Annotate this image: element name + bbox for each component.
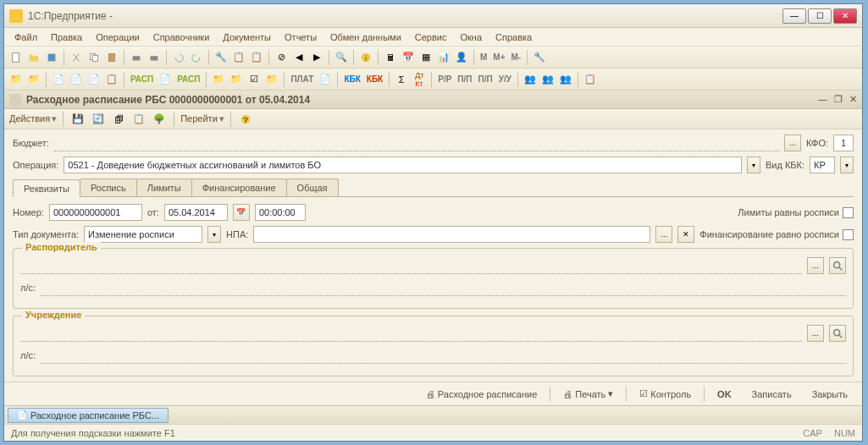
calc-icon[interactable]: 🖩 bbox=[382, 49, 399, 66]
limits-equal-checkbox[interactable] bbox=[843, 207, 854, 218]
menu-reports[interactable]: Отчеты bbox=[278, 30, 323, 45]
menu-references[interactable]: Справочники bbox=[147, 30, 217, 45]
ab-save-icon[interactable]: 💾 bbox=[69, 111, 86, 128]
actions-menu[interactable]: Действия▾ bbox=[9, 113, 57, 124]
goto-menu[interactable]: Перейти▾ bbox=[180, 113, 224, 124]
doc-minimize-icon[interactable]: — bbox=[818, 94, 827, 105]
vidkbk-dropdown-button[interactable]: ▾ bbox=[840, 157, 854, 173]
tool2-icon[interactable]: 📋 bbox=[230, 49, 247, 66]
plat-button[interactable]: ПЛАТ bbox=[288, 71, 316, 88]
save-icon[interactable] bbox=[43, 49, 60, 66]
uchr-ls-input[interactable] bbox=[41, 347, 846, 364]
copy-icon[interactable] bbox=[86, 49, 102, 66]
time-input[interactable] bbox=[255, 204, 306, 221]
doctype-dropdown-button[interactable]: ▾ bbox=[207, 226, 221, 243]
pp2-button[interactable]: П/П bbox=[455, 71, 474, 88]
close-doc-button[interactable]: Закрыть bbox=[804, 386, 855, 403]
tb2-11-icon[interactable]: 📁 bbox=[263, 71, 280, 88]
npa-clear-button[interactable]: ✕ bbox=[677, 226, 694, 243]
m-plus-button[interactable]: M+ bbox=[490, 49, 507, 66]
ab-tree-icon[interactable]: 🌳 bbox=[151, 111, 168, 128]
users2-icon[interactable]: 👥 bbox=[539, 71, 556, 88]
sigma-icon[interactable]: Σ bbox=[393, 71, 410, 88]
kbk2-button[interactable]: КБК bbox=[364, 71, 385, 88]
save-button[interactable]: Записать bbox=[744, 386, 799, 403]
rasporyaditel-search-button[interactable] bbox=[829, 257, 846, 274]
menu-help[interactable]: Справка bbox=[489, 30, 539, 45]
redo-icon[interactable] bbox=[188, 49, 205, 66]
calendar-icon[interactable]: 📅 bbox=[400, 49, 417, 66]
search-icon[interactable]: 🔍 bbox=[333, 49, 350, 66]
tool3-icon[interactable]: 📋 bbox=[248, 49, 265, 66]
task-item[interactable]: 📄 Расходное расписание РБС... bbox=[8, 408, 169, 423]
tool-icon[interactable]: 🔧 bbox=[213, 49, 229, 66]
tb2-12-icon[interactable]: 📄 bbox=[317, 71, 334, 88]
ab-post-icon[interactable]: 📋 bbox=[130, 111, 147, 128]
operation-dropdown-button[interactable]: ▾ bbox=[747, 157, 760, 173]
tool4-icon[interactable]: 📊 bbox=[435, 49, 452, 66]
tab-obshaya[interactable]: Общая bbox=[286, 179, 339, 196]
menu-operations[interactable]: Операции bbox=[89, 30, 146, 45]
operation-input[interactable] bbox=[64, 157, 742, 173]
close-button[interactable]: ✕ bbox=[833, 8, 857, 24]
yy-button[interactable]: У/У bbox=[496, 71, 514, 88]
dk-icon[interactable]: ДтКт bbox=[411, 71, 428, 88]
new-icon[interactable] bbox=[8, 49, 25, 66]
doc-maximize-icon[interactable]: ❐ bbox=[834, 94, 843, 105]
tb2-9-icon[interactable]: 📁 bbox=[228, 71, 245, 88]
tab-limity[interactable]: Лимиты bbox=[136, 179, 192, 196]
calendar-button[interactable]: 📅 bbox=[233, 204, 250, 221]
vidkbk-input[interactable] bbox=[810, 157, 835, 173]
undo-icon[interactable] bbox=[170, 49, 187, 66]
minimize-button[interactable]: — bbox=[782, 8, 806, 24]
grid-icon[interactable]: ▦ bbox=[417, 49, 434, 66]
m-button[interactable]: M bbox=[478, 49, 489, 66]
doctype-input[interactable] bbox=[84, 226, 202, 243]
kfo-input[interactable] bbox=[833, 135, 854, 151]
print-preview-icon[interactable] bbox=[146, 49, 163, 66]
tab-rekvizity[interactable]: Реквизиты bbox=[13, 179, 80, 197]
tb2-4-icon[interactable]: 📄 bbox=[68, 71, 85, 88]
m-minus-button[interactable]: M- bbox=[509, 49, 524, 66]
users3-icon[interactable]: 👥 bbox=[557, 71, 574, 88]
info-icon[interactable]: i bbox=[357, 49, 374, 66]
uchrezhdenie-browse-button[interactable]: ... bbox=[807, 325, 824, 342]
cut-icon[interactable] bbox=[68, 49, 85, 66]
tb2-2-icon[interactable]: 📁 bbox=[25, 71, 42, 88]
tb2-3-icon[interactable]: 📄 bbox=[50, 71, 67, 88]
tb2-6-icon[interactable]: 📋 bbox=[103, 71, 120, 88]
ab-refresh-icon[interactable]: 🔄 bbox=[90, 111, 107, 128]
back-icon[interactable]: ◀ bbox=[290, 49, 307, 66]
ab-help-icon[interactable]: ? bbox=[237, 111, 254, 128]
rasp-ls-input[interactable] bbox=[41, 279, 846, 296]
number-input[interactable] bbox=[49, 204, 142, 221]
uchrezhdenie-input[interactable] bbox=[20, 325, 802, 342]
tb2-end-icon[interactable]: 📋 bbox=[582, 71, 599, 88]
users1-icon[interactable]: 👥 bbox=[522, 71, 539, 88]
ok-button[interactable]: OK bbox=[710, 386, 739, 403]
tb2-7-icon[interactable]: 📄 bbox=[157, 71, 174, 88]
kbk1-button[interactable]: КБК bbox=[341, 71, 362, 88]
print-button[interactable]: 🖨 Печать ▾ bbox=[556, 385, 621, 403]
tb2-10-icon[interactable]: ☑ bbox=[246, 71, 263, 88]
open-icon[interactable] bbox=[25, 49, 42, 66]
doc-close-icon[interactable]: ✕ bbox=[849, 94, 857, 105]
npa-browse-button[interactable]: ... bbox=[655, 226, 672, 243]
stop-icon[interactable]: ⊘ bbox=[273, 49, 290, 66]
menu-documents[interactable]: Документы bbox=[216, 30, 278, 45]
npa-input[interactable] bbox=[253, 226, 650, 243]
menu-service[interactable]: Сервис bbox=[408, 30, 454, 45]
rasporyaditel-input[interactable] bbox=[20, 257, 802, 274]
paste-icon[interactable] bbox=[103, 49, 120, 66]
tab-finansirovanie[interactable]: Финансирование bbox=[191, 179, 287, 196]
date-input[interactable] bbox=[164, 204, 228, 221]
menu-file[interactable]: Файл bbox=[8, 30, 44, 45]
fin-equal-checkbox[interactable] bbox=[843, 229, 854, 240]
uchrezhdenie-search-button[interactable] bbox=[829, 325, 846, 342]
rasp1-button[interactable]: РАСП bbox=[128, 71, 156, 88]
tb2-5-icon[interactable]: 📄 bbox=[86, 71, 102, 88]
fwd-icon[interactable]: ▶ bbox=[308, 49, 325, 66]
menu-exchange[interactable]: Обмен данными bbox=[323, 30, 408, 45]
pp1-button[interactable]: P/P bbox=[435, 71, 454, 88]
tab-rospis[interactable]: Роспись bbox=[80, 179, 137, 196]
